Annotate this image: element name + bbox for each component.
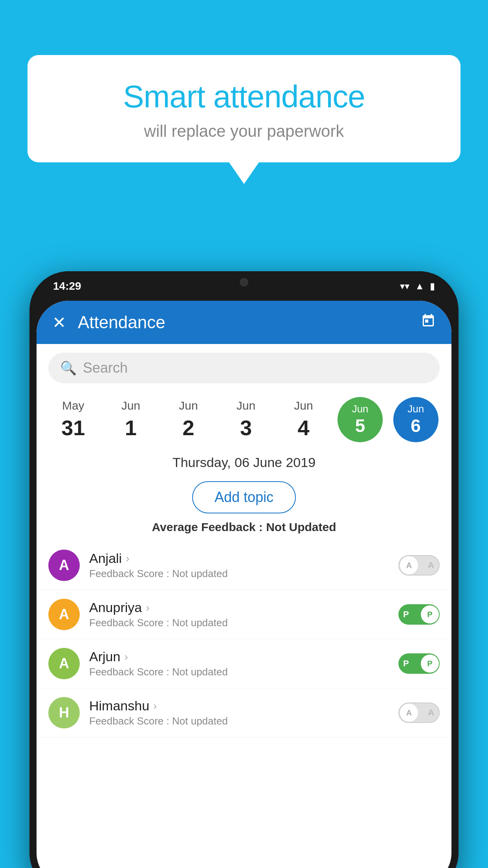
date-day: 3 [240, 416, 252, 440]
student-name: Anjali › [89, 551, 398, 566]
student-avatar: A [48, 648, 80, 679]
student-item[interactable]: AAnjali ›Feedback Score : Not updatedAA [37, 541, 451, 590]
date-item-3[interactable]: Jun3 [222, 396, 270, 443]
status-time: 14:29 [53, 280, 81, 292]
app-header: ✕ Attendance [37, 301, 451, 344]
attendance-toggle[interactable]: AA [398, 555, 440, 576]
signal-icon: ▲ [415, 281, 424, 292]
student-info: Himanshu ›Feedback Score : Not updated [89, 698, 398, 727]
wifi-icon: ▾▾ [400, 281, 409, 292]
attendance-toggle[interactable]: AA [398, 702, 440, 723]
student-score: Feedback Score : Not updated [89, 568, 398, 580]
toggle-knob: P [421, 655, 439, 673]
date-item-2[interactable]: Jun2 [165, 396, 212, 443]
date-month: Jun [294, 399, 313, 412]
toggle-knob: A [400, 704, 418, 722]
student-avatar: A [48, 599, 80, 630]
toggle-label: A [428, 560, 434, 570]
header-title: Attendance [78, 313, 421, 332]
student-score: Feedback Score : Not updated [89, 617, 398, 629]
date-item-1[interactable]: Jun1 [107, 396, 154, 443]
toggle-knob: P [421, 605, 439, 623]
date-month: May [62, 399, 84, 412]
student-info: Anjali ›Feedback Score : Not updated [89, 551, 398, 580]
avg-feedback-value: Not Updated [266, 520, 336, 533]
chevron-icon: › [124, 651, 128, 663]
search-icon: 🔍 [60, 360, 77, 376]
notch-bump [213, 271, 275, 293]
student-name: Himanshu › [89, 698, 398, 714]
date-day: 5 [355, 415, 365, 436]
student-list: AAnjali ›Feedback Score : Not updatedAAA… [37, 541, 451, 737]
date-month: Jun [237, 399, 255, 412]
student-item[interactable]: AAnupriya ›Feedback Score : Not updatedP… [37, 590, 451, 639]
toggle-knob: A [400, 556, 418, 574]
student-name: Arjun › [89, 649, 398, 664]
speech-bubble-container: Smart attendance will replace your paper… [28, 55, 460, 162]
phone-notch: 14:29 ▾▾ ▲ ▮ [29, 271, 459, 301]
toggle-label: A [428, 708, 434, 718]
calendar-icon[interactable] [421, 313, 436, 332]
date-day: 2 [182, 416, 194, 440]
attendance-toggle[interactable]: PP [398, 653, 440, 674]
student-score: Feedback Score : Not updated [89, 715, 398, 727]
selected-date-info: Thursday, 06 June 2019 [37, 447, 451, 474]
date-month: Jun [179, 399, 198, 412]
camera-dot [240, 278, 248, 287]
search-bar[interactable]: 🔍 Search [48, 353, 440, 383]
bubble-title: Smart attendance [47, 79, 441, 115]
date-month: Jun [352, 403, 369, 415]
date-day: 4 [298, 416, 310, 440]
date-day: 31 [61, 416, 85, 440]
student-score: Feedback Score : Not updated [89, 666, 398, 678]
status-icons: ▾▾ ▲ ▮ [400, 281, 435, 292]
toggle-label: P [403, 658, 409, 669]
chevron-icon: › [153, 700, 157, 712]
avg-feedback: Average Feedback : Not Updated [37, 520, 451, 534]
date-month: Jun [121, 399, 140, 412]
toggle-label: P [403, 609, 409, 620]
avg-feedback-label: Average Feedback : [152, 520, 262, 533]
date-item-31[interactable]: May31 [50, 396, 97, 443]
student-avatar: A [48, 550, 80, 581]
close-button[interactable]: ✕ [52, 313, 66, 332]
phone-frame: 14:29 ▾▾ ▲ ▮ ✕ Attendance 🔍 Search [29, 271, 459, 868]
date-day: 6 [411, 415, 421, 436]
chevron-icon: › [126, 552, 129, 565]
date-item-5[interactable]: Jun5 [338, 397, 383, 442]
battery-icon: ▮ [430, 281, 435, 292]
date-item-4[interactable]: Jun4 [280, 396, 327, 443]
phone-screen: ✕ Attendance 🔍 Search May31Jun1Jun2Jun3J… [37, 301, 451, 868]
student-name: Anupriya › [89, 600, 398, 615]
student-item[interactable]: AArjun ›Feedback Score : Not updatedPP [37, 639, 451, 688]
student-item[interactable]: HHimanshu ›Feedback Score : Not updatedA… [37, 688, 451, 737]
speech-bubble: Smart attendance will replace your paper… [28, 55, 460, 162]
date-item-6[interactable]: Jun6 [393, 397, 438, 442]
bubble-subtitle: will replace your paperwork [47, 122, 441, 141]
date-month: Jun [407, 403, 424, 415]
add-topic-button[interactable]: Add topic [192, 481, 296, 513]
student-avatar: H [48, 697, 80, 728]
date-day: 1 [125, 416, 137, 440]
chevron-icon: › [146, 601, 149, 614]
search-placeholder: Search [83, 360, 128, 376]
attendance-toggle[interactable]: PP [398, 604, 440, 625]
student-info: Anupriya ›Feedback Score : Not updated [89, 600, 398, 629]
student-info: Arjun ›Feedback Score : Not updated [89, 649, 398, 678]
date-scroller[interactable]: May31Jun1Jun2Jun3Jun4Jun5Jun6 [37, 392, 451, 447]
